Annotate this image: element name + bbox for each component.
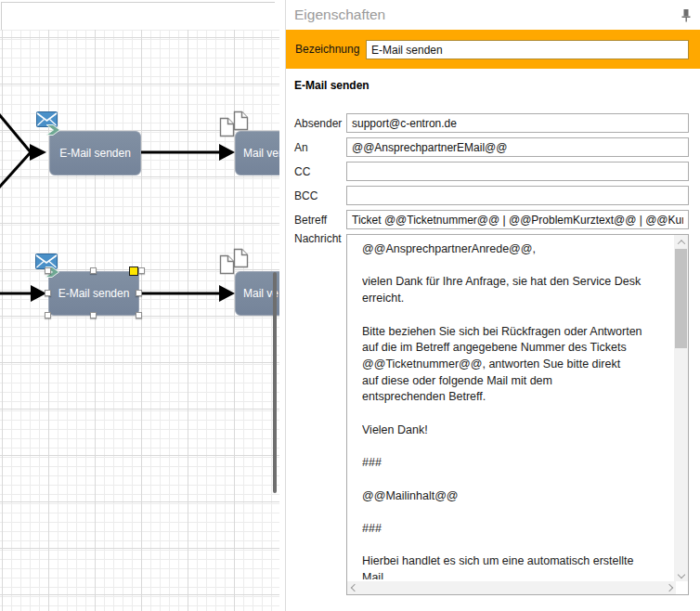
selection-handle-bottom-right[interactable] [136, 312, 142, 318]
an-label: An [294, 141, 308, 154]
bcc-input[interactable] [346, 186, 689, 205]
bezeichnung-label: Bezeichnung [295, 43, 359, 56]
node-label: Mail ver [243, 147, 279, 160]
selection-handle-bottom-center[interactable] [90, 312, 97, 318]
field-row-an: An [286, 137, 700, 157]
nachricht-textarea[interactable]: @@AnsprechpartnerAnrede@@, vielen Dank f… [346, 234, 689, 595]
nachricht-label: Nachricht [294, 232, 342, 245]
scroll-right-icon[interactable] [663, 581, 675, 593]
absender-input[interactable] [346, 113, 689, 133]
selection-handle-top-center[interactable] [90, 267, 97, 274]
field-row-cc: CC [286, 162, 700, 181]
vertical-scrollbar-thumb[interactable] [675, 249, 687, 348]
section-heading: E-Mail senden [294, 79, 369, 92]
an-input[interactable] [346, 137, 689, 157]
scroll-down-icon[interactable] [675, 568, 687, 580]
betreff-label: Betreff [294, 214, 327, 227]
nachricht-text[interactable]: @@AnsprechpartnerAnrede@@, vielen Dank f… [362, 241, 673, 579]
selection-handle-top-right[interactable] [138, 267, 145, 274]
selection-handle-top-left[interactable] [45, 267, 51, 274]
scroll-left-icon[interactable] [348, 581, 360, 593]
field-row-bcc: BCC [286, 186, 700, 205]
green-arrow-icon [45, 124, 61, 136]
betreff-input[interactable] [346, 210, 689, 229]
canvas-scrollbar-thumb[interactable] [273, 272, 277, 493]
selection-handle-mid-right[interactable] [136, 290, 142, 296]
vertical-scrollbar[interactable] [674, 235, 688, 581]
app-window: E-Mail senden Mail ver E-Mail senden Mai… [0, 0, 700, 611]
horizontal-scrollbar[interactable] [347, 581, 676, 594]
field-row-absender: Absender [286, 113, 700, 133]
bcc-label: BCC [294, 189, 318, 202]
bezeichnung-input[interactable] [366, 40, 689, 59]
selection-handle-yellow[interactable] [129, 266, 138, 276]
selection-handle-bottom-left[interactable] [45, 312, 51, 318]
node-label: E-Mail senden [59, 147, 131, 160]
node-label: E-Mail senden [58, 287, 130, 300]
field-row-betreff: Betreff [286, 210, 700, 229]
diagram-canvas[interactable]: E-Mail senden Mail ver E-Mail senden Mai… [0, 0, 279, 611]
node-email-senden-top[interactable]: E-Mail senden [49, 131, 141, 176]
pin-icon[interactable] [681, 8, 692, 22]
node-email-senden-bottom-selected[interactable]: E-Mail senden [48, 271, 139, 316]
panel-title: Eigenschaften [294, 6, 385, 23]
cc-label: CC [294, 165, 310, 178]
properties-panel: Eigenschaften Bezeichnung E-Mail senden … [285, 0, 700, 611]
absender-label: Absender [294, 117, 342, 130]
panel-header: Eigenschaften [286, 0, 700, 30]
selection-handle-mid-left[interactable] [45, 290, 51, 296]
scroll-up-icon[interactable] [675, 236, 687, 248]
node-mail-verschicken-top[interactable]: Mail ver [235, 131, 279, 176]
cc-input[interactable] [346, 162, 689, 181]
bezeichnung-row: Bezeichnung [286, 30, 700, 69]
